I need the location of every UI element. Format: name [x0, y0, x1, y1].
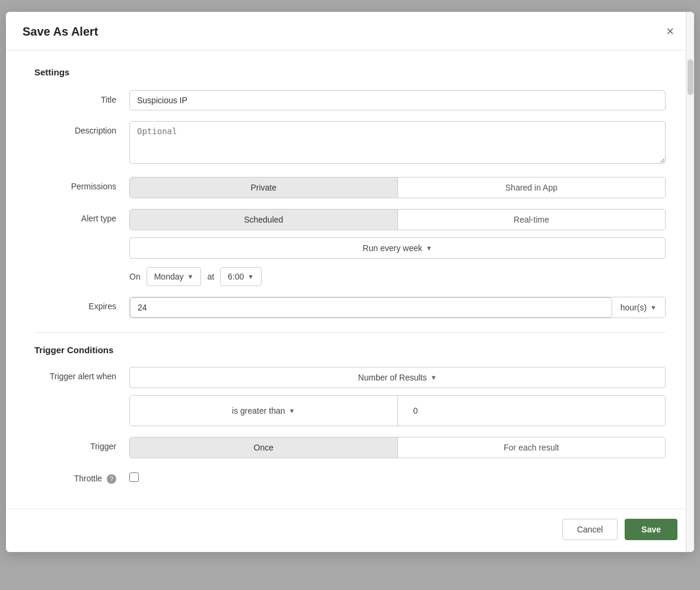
trigger-section-title: Trigger Conditions — [34, 345, 666, 355]
trigger-when-control: Number of Results ▼ is greater than ▼ — [129, 367, 666, 426]
title-label: Title — [34, 90, 129, 104]
title-input[interactable] — [129, 90, 666, 110]
alert-type-toggle-group: Scheduled Real-time — [129, 209, 666, 230]
day-value: Monday — [154, 272, 184, 281]
expires-unit-label: hour(s) — [621, 303, 647, 312]
trigger-when-value: Number of Results — [358, 373, 427, 382]
throttle-help-icon[interactable]: ? — [107, 474, 116, 484]
save-button[interactable]: Save — [625, 519, 677, 540]
settings-section-title: Settings — [34, 67, 666, 77]
at-label: at — [207, 272, 214, 281]
run-frequency-arrow-icon: ▼ — [426, 245, 432, 252]
modal-dialog: Save As Alert × Settings Title Descripti… — [6, 12, 694, 552]
section-divider — [34, 332, 666, 333]
cancel-button[interactable]: Cancel — [562, 519, 618, 540]
permissions-label: Permissions — [34, 177, 129, 191]
modal-footer: Cancel Save — [6, 509, 694, 552]
title-control — [129, 90, 666, 110]
scrollbar-thumb — [688, 59, 693, 95]
condition-value-area — [398, 396, 666, 426]
permissions-control: Private Shared in App — [129, 177, 666, 198]
trigger-when-row: Trigger alert when Number of Results ▼ i… — [34, 367, 666, 426]
schedule-on-row: On Monday ▼ at 6:00 ▼ — [129, 267, 666, 286]
modal-header: Save As Alert × — [6, 12, 694, 50]
expires-unit-dropdown[interactable]: hour(s) ▼ — [612, 297, 665, 318]
permissions-toggle-group: Private Shared in App — [129, 177, 666, 198]
condition-operator-dropdown[interactable]: is greater than ▼ — [130, 396, 398, 426]
run-frequency-label: Run every week — [362, 243, 422, 253]
time-arrow-icon: ▼ — [247, 273, 254, 280]
description-label: Description — [34, 121, 129, 135]
title-row: Title — [34, 90, 666, 110]
day-dropdown[interactable]: Monday ▼ — [147, 267, 202, 286]
throttle-row: Throttle ? — [34, 469, 666, 484]
time-value: 6:00 — [228, 272, 244, 281]
permissions-shared-btn[interactable]: Shared in App — [398, 177, 666, 198]
description-input[interactable] — [129, 121, 666, 164]
trigger-once-btn[interactable]: Once — [130, 437, 398, 458]
trigger-mode-toggle-group: Once For each result — [129, 437, 666, 458]
trigger-mode-control: Once For each result — [129, 437, 666, 458]
modal-title: Save As Alert — [23, 25, 98, 39]
alert-type-label: Alert type — [34, 209, 129, 223]
expires-group: hour(s) ▼ — [129, 297, 666, 318]
trigger-when-arrow-icon: ▼ — [431, 374, 437, 381]
run-frequency-dropdown[interactable]: Run every week ▼ — [129, 237, 666, 259]
scrollbar[interactable] — [686, 12, 694, 552]
trigger-when-dropdown[interactable]: Number of Results ▼ — [129, 367, 666, 388]
description-row: Description — [34, 121, 666, 166]
alert-type-scheduled-btn[interactable]: Scheduled — [130, 210, 398, 230]
time-dropdown[interactable]: 6:00 ▼ — [220, 267, 262, 286]
trigger-alert-when-label: Trigger alert when — [34, 367, 129, 381]
condition-value-input[interactable] — [406, 401, 657, 420]
throttle-checkbox-wrapper — [129, 469, 666, 482]
alert-type-realtime-btn[interactable]: Real-time — [398, 210, 666, 230]
description-control — [129, 121, 666, 166]
throttle-control — [129, 469, 666, 482]
alert-type-row: Alert type Scheduled Real-time Run every… — [34, 209, 666, 286]
close-button[interactable]: × — [663, 24, 677, 39]
expires-unit-arrow-icon: ▼ — [650, 304, 657, 311]
expires-row: Expires hour(s) ▼ — [34, 297, 666, 318]
condition-row: is greater than ▼ — [129, 395, 666, 426]
modal-body: Settings Title Description Permissions — [6, 50, 694, 509]
alert-type-control: Scheduled Real-time Run every week ▼ On — [129, 209, 666, 286]
throttle-checkbox[interactable] — [129, 472, 139, 482]
expires-input[interactable] — [130, 297, 612, 318]
throttle-label: Throttle ? — [34, 469, 129, 484]
expires-label: Expires — [34, 297, 129, 311]
trigger-each-result-btn[interactable]: For each result — [398, 437, 666, 458]
permissions-row: Permissions Private Shared in App — [34, 177, 666, 198]
condition-operator-arrow-icon: ▼ — [289, 407, 295, 414]
modal-overlay: Save As Alert × Settings Title Descripti… — [0, 0, 700, 590]
trigger-mode-row: Trigger Once For each result — [34, 437, 666, 458]
day-arrow-icon: ▼ — [187, 273, 194, 280]
condition-operator-label: is greater than — [232, 406, 285, 415]
permissions-private-btn[interactable]: Private — [130, 177, 398, 198]
on-label: On — [129, 272, 141, 281]
expires-control: hour(s) ▼ — [129, 297, 666, 318]
trigger-mode-label: Trigger — [34, 437, 129, 451]
